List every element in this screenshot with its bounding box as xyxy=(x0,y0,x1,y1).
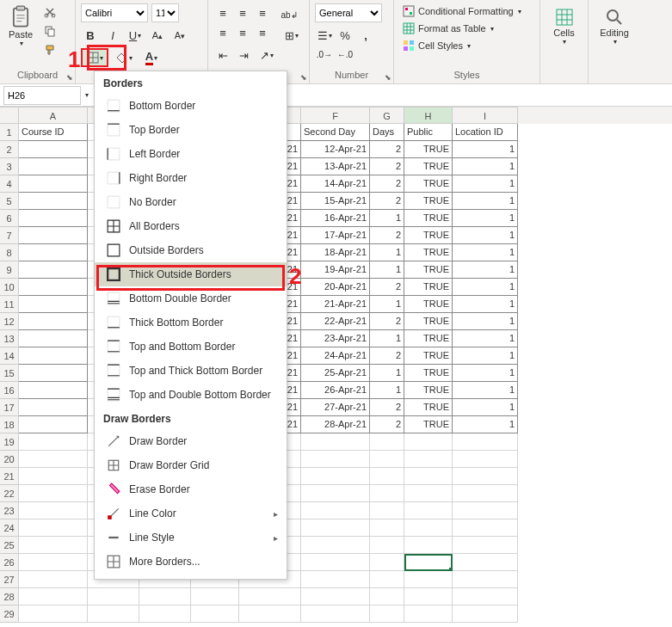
cell[interactable] xyxy=(404,554,453,571)
cell[interactable]: TRUE xyxy=(404,399,453,416)
draw-item-erase-border[interactable]: Erase Border xyxy=(95,477,287,501)
draw-item-line-color[interactable]: Line Color▸ xyxy=(95,501,287,526)
cell[interactable] xyxy=(404,485,453,502)
cell[interactable]: 1 xyxy=(453,399,518,416)
cell[interactable]: 27-Apr-21 xyxy=(301,399,370,416)
cell[interactable] xyxy=(453,451,518,468)
border-item-top-border[interactable]: Top Border xyxy=(95,118,287,142)
cell[interactable]: 25-Apr-21 xyxy=(301,365,370,382)
cell[interactable] xyxy=(301,588,370,605)
number-launcher[interactable]: ⬊ xyxy=(385,73,391,82)
cell[interactable] xyxy=(301,537,370,554)
cell-styles-button[interactable]: Cell Styles▾ xyxy=(399,38,534,53)
cell[interactable]: 1 xyxy=(370,210,404,227)
orientation-button[interactable]: ↗▾ xyxy=(255,46,279,65)
cell[interactable] xyxy=(19,279,88,296)
cell[interactable]: 1 xyxy=(370,296,404,313)
cell[interactable]: 15-Apr-21 xyxy=(301,193,370,210)
cell[interactable] xyxy=(19,519,88,537)
cell[interactable]: 1 xyxy=(453,365,518,382)
font-size-select[interactable]: 11 xyxy=(151,3,179,22)
border-item-top-and-bottom-border[interactable]: Top and Bottom Border xyxy=(95,335,287,359)
decrease-decimal-button[interactable]: ←.0 xyxy=(336,45,354,64)
cell[interactable]: 1 xyxy=(370,244,404,261)
format-painter-button[interactable] xyxy=(41,41,59,58)
cell[interactable] xyxy=(88,588,139,605)
paste-button[interactable]: Paste ▾ xyxy=(5,3,36,49)
cell[interactable]: 2 xyxy=(370,175,404,193)
row-header[interactable]: 17 xyxy=(0,399,19,416)
cell[interactable]: 2 xyxy=(370,399,404,416)
cell[interactable]: TRUE xyxy=(404,210,453,227)
row-header[interactable]: 19 xyxy=(0,433,19,451)
cell[interactable] xyxy=(301,554,370,571)
row-header[interactable]: 15 xyxy=(0,365,19,382)
row-header[interactable]: 23 xyxy=(0,502,19,519)
cell[interactable] xyxy=(239,605,301,623)
cell[interactable] xyxy=(404,451,453,468)
row-header[interactable]: 9 xyxy=(0,261,19,279)
font-color-button[interactable]: A▾ xyxy=(139,48,163,67)
cell[interactable] xyxy=(19,227,88,244)
cell[interactable] xyxy=(404,502,453,519)
cell[interactable]: 13-Apr-21 xyxy=(301,158,370,175)
border-item-thick-bottom-border[interactable]: Thick Bottom Border xyxy=(95,310,287,335)
cell[interactable]: TRUE xyxy=(404,244,453,261)
cell[interactable] xyxy=(370,433,404,451)
grow-font-button[interactable]: A▴ xyxy=(148,26,167,45)
cell[interactable]: TRUE xyxy=(404,313,453,330)
cell[interactable] xyxy=(88,605,139,623)
cell[interactable]: Location ID xyxy=(453,124,518,141)
cell[interactable] xyxy=(301,485,370,502)
editing-button[interactable]: Editing▾ xyxy=(594,3,635,49)
draw-item-draw-border[interactable]: Draw Border xyxy=(95,429,287,453)
cell[interactable] xyxy=(19,485,88,502)
cell[interactable]: 14-Apr-21 xyxy=(301,175,370,193)
cell[interactable]: 1 xyxy=(453,175,518,193)
border-item-all-borders[interactable]: All Borders xyxy=(95,214,287,238)
cell[interactable] xyxy=(19,244,88,261)
cell[interactable] xyxy=(404,537,453,554)
cell[interactable]: 2 xyxy=(370,193,404,210)
row-header[interactable]: 22 xyxy=(0,485,19,502)
cell[interactable] xyxy=(453,571,518,588)
select-all-corner[interactable] xyxy=(0,107,19,124)
cell[interactable] xyxy=(404,433,453,451)
row-header[interactable]: 28 xyxy=(0,588,19,605)
row-header[interactable]: 2 xyxy=(0,141,19,158)
format-as-table-button[interactable]: Format as Table▾ xyxy=(399,21,534,36)
cell[interactable] xyxy=(19,451,88,468)
cell[interactable] xyxy=(370,468,404,485)
cell[interactable]: 18-Apr-21 xyxy=(301,244,370,261)
cell[interactable] xyxy=(19,588,88,605)
cell[interactable] xyxy=(139,588,191,605)
cell[interactable]: 1 xyxy=(453,347,518,365)
cell[interactable]: 2 xyxy=(370,416,404,433)
cell[interactable] xyxy=(370,605,404,623)
cell[interactable] xyxy=(404,468,453,485)
cell[interactable]: TRUE xyxy=(404,227,453,244)
cell[interactable]: TRUE xyxy=(404,382,453,399)
cell[interactable] xyxy=(19,605,88,623)
row-header[interactable]: 5 xyxy=(0,193,19,210)
cell[interactable] xyxy=(301,519,370,537)
row-header[interactable]: 18 xyxy=(0,416,19,433)
cell[interactable]: 1 xyxy=(453,416,518,433)
draw-item-draw-border-grid[interactable]: Draw Border Grid xyxy=(95,453,287,477)
cell[interactable] xyxy=(453,433,518,451)
cell[interactable]: 28-Apr-21 xyxy=(301,416,370,433)
row-header[interactable]: 4 xyxy=(0,175,19,193)
cell[interactable] xyxy=(19,261,88,279)
border-item-no-border[interactable]: No Border xyxy=(95,190,287,214)
cell[interactable]: 1 xyxy=(453,210,518,227)
row-header[interactable]: 3 xyxy=(0,158,19,175)
cell[interactable]: Days xyxy=(370,124,404,141)
cell[interactable] xyxy=(19,416,88,433)
cell[interactable]: 1 xyxy=(370,261,404,279)
cell[interactable] xyxy=(301,502,370,519)
cell[interactable]: 12-Apr-21 xyxy=(301,141,370,158)
row-header[interactable]: 7 xyxy=(0,227,19,244)
cell[interactable]: TRUE xyxy=(404,175,453,193)
cell[interactable]: TRUE xyxy=(404,416,453,433)
cell[interactable] xyxy=(19,330,88,347)
